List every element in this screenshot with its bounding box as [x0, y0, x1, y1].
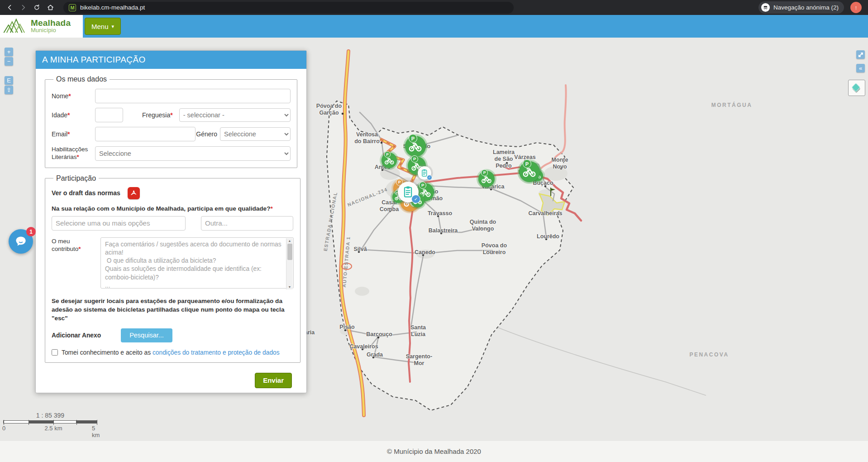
- idade-label: Idade*: [52, 111, 95, 119]
- required-asterisk: *: [170, 111, 172, 119]
- scale-bar: [3, 420, 97, 424]
- footer: © Munícipio da Mealhada 2020: [0, 440, 868, 462]
- email-label: Email*: [52, 130, 95, 138]
- municipality-boundary: [327, 101, 573, 410]
- incognito-badge: Navegação anónima (2): [758, 1, 844, 14]
- up-tool-button[interactable]: ⇧: [5, 86, 13, 94]
- map-hint-text: Se desejar sugerir locais para estações …: [52, 297, 294, 322]
- home-button[interactable]: [44, 2, 56, 14]
- scroll-down-icon[interactable]: ▼: [288, 285, 291, 289]
- nome-input[interactable]: [95, 89, 291, 103]
- minus-icon: −: [7, 58, 11, 65]
- menu-button[interactable]: Menu ▾: [85, 18, 121, 35]
- parking-badge: P: [419, 182, 426, 189]
- options-multiselect-input[interactable]: [52, 216, 186, 231]
- url-bar[interactable]: M bikelab.cm-mealhada.pt: [63, 2, 514, 14]
- logo-subtitle: Município: [31, 27, 71, 34]
- participation-question: Na sua relação com o Município de Mealha…: [52, 205, 294, 212]
- chat-widget[interactable]: 1: [9, 229, 33, 254]
- required-asterisk: *: [78, 245, 81, 252]
- expand-icon: [858, 52, 863, 58]
- scroll-up-icon[interactable]: ▲: [288, 239, 291, 242]
- habilitacoes-label: Habilitacções Literárias*: [52, 146, 95, 161]
- reload-icon: [33, 4, 41, 11]
- idade-input[interactable]: [95, 108, 123, 122]
- habilitacoes-select[interactable]: Seleccione: [95, 146, 291, 161]
- zoom-in-button[interactable]: +: [5, 48, 13, 56]
- flag-icon: [548, 186, 558, 197]
- logo-title: Mealhada: [31, 19, 71, 27]
- layers-icon: [851, 82, 863, 93]
- scrollbar-thumb[interactable]: [287, 244, 292, 260]
- mealhada-logo-icon: [3, 17, 28, 36]
- map-marker-flag[interactable]: [548, 186, 558, 197]
- map-marker-green-bike[interactable]: P: [519, 161, 540, 182]
- my-data-legend: Os meus dados: [53, 75, 110, 83]
- my-data-fieldset: Os meus dados Nome* Idade* Freguesia* - …: [45, 75, 297, 168]
- browser-update-button[interactable]: ↑: [850, 2, 862, 13]
- panel-title: A MINHA PARTICIPAÇÃO: [36, 51, 306, 69]
- check-icon: ✓: [411, 195, 420, 203]
- forward-icon: [19, 4, 27, 11]
- fullscreen-button[interactable]: [856, 50, 865, 59]
- enviar-button[interactable]: Enviar: [255, 373, 292, 388]
- caret-down-icon: ▾: [112, 24, 114, 29]
- map-marker-green-bike[interactable]: P: [382, 153, 397, 168]
- incognito-icon: [761, 3, 770, 12]
- url-text: bikelab.cm-mealhada.pt: [80, 4, 145, 11]
- reload-button[interactable]: [31, 2, 43, 14]
- consent-text: Tomei conhecimento e aceito as condições…: [62, 349, 280, 356]
- required-asterisk: *: [68, 92, 71, 100]
- scale-tick-labels: 0 2.5 km 5 km: [3, 425, 108, 432]
- menu-label: Menu: [91, 23, 109, 30]
- zoom-out-button[interactable]: −: [5, 57, 13, 66]
- layers-button[interactable]: [848, 80, 865, 96]
- chat-bubble-icon: [14, 235, 28, 248]
- site-favicon: M: [69, 4, 76, 11]
- anexo-label: Adicionar Anexo: [52, 332, 101, 339]
- genero-label: Género: [196, 130, 217, 138]
- participation-fieldset: Participação Ver o draft das normas Na s…: [45, 174, 300, 363]
- update-arrow-icon: ↑: [854, 4, 858, 11]
- participation-panel: A MINHA PARTICIPAÇÃO Os meus dados Nome*…: [35, 50, 307, 393]
- map-marker-clip[interactable]: ✓: [418, 166, 431, 180]
- site-logo[interactable]: Mealhada Município: [0, 15, 83, 38]
- textarea-scrollbar[interactable]: ▲ ▼: [286, 238, 293, 289]
- browser-toolbar: M bikelab.cm-mealhada.pt Navegação anóni…: [0, 0, 868, 15]
- parking-badge: P: [411, 155, 418, 163]
- privacy-link[interactable]: condições do tratamento e proteção de da…: [153, 349, 280, 356]
- genero-select[interactable]: Seleccione: [220, 127, 291, 141]
- map-marker-green-bike[interactable]: P: [405, 136, 426, 157]
- pdf-icon[interactable]: [128, 187, 140, 199]
- double-chevron-left-icon: «: [859, 65, 862, 72]
- parking-badge: P: [384, 151, 391, 158]
- contributo-textarea[interactable]: [100, 237, 294, 289]
- parking-badge: P: [523, 159, 531, 168]
- map-scale: 1 : 85 399 0 2.5 km 5 km: [3, 412, 108, 432]
- copyright-text: © Munícipio da Mealhada 2020: [387, 448, 481, 455]
- required-asterisk: *: [67, 111, 70, 119]
- chat-badge: 1: [26, 227, 36, 236]
- outra-input[interactable]: [201, 216, 293, 231]
- collapse-panel-button[interactable]: «: [856, 64, 865, 72]
- nome-label: Nome*: [52, 92, 95, 100]
- home-icon: [47, 4, 54, 11]
- incognito-label: Navegação anónima (2): [773, 4, 839, 11]
- contributo-label: O meu contributo*: [52, 237, 100, 290]
- email-input[interactable]: [95, 127, 196, 141]
- pesquisar-button[interactable]: Pesquisar...: [121, 328, 172, 342]
- required-asterisk: *: [67, 130, 70, 138]
- up-arrow-icon: ⇧: [6, 87, 11, 93]
- draft-label: Ver o draft das normas: [52, 189, 120, 197]
- consent-checkbox[interactable]: [52, 349, 58, 356]
- freguesia-select[interactable]: - seleccionar -: [179, 108, 291, 122]
- back-button[interactable]: [4, 2, 15, 14]
- plus-icon: +: [7, 48, 11, 55]
- edit-tool-button[interactable]: E: [5, 76, 13, 85]
- forward-button[interactable]: [17, 2, 29, 14]
- map-marker-green-bike[interactable]: P: [478, 171, 495, 187]
- required-asterisk: *: [270, 205, 272, 212]
- required-asterisk: *: [77, 154, 79, 160]
- freguesia-label: Freguesia*: [142, 111, 173, 119]
- map-marker-clip[interactable]: ✓: [398, 182, 419, 202]
